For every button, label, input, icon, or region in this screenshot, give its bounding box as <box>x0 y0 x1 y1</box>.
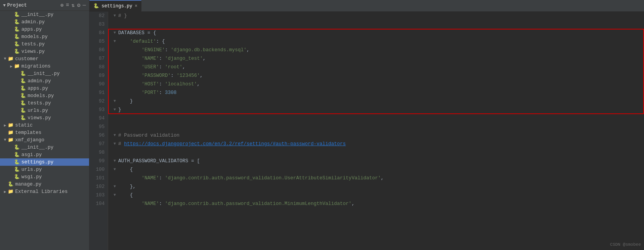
sidebar-item-asgi-py-xmf[interactable]: 🐍 asgi.py <box>0 151 89 158</box>
sidebar-item-init-py-cust[interactable]: 🐍 __init__.py <box>0 70 89 77</box>
fold-arrow-icon[interactable]: ▼ <box>112 131 117 140</box>
fold-arrow-icon[interactable]: ▼ <box>112 182 117 191</box>
file-tree: 🐍 __init__.py 🐍 admin.py 🐍 apps.py 🐍 mod… <box>0 11 89 195</box>
line-number: 96 <box>89 131 105 140</box>
sidebar-item-wsgi-py-xmf[interactable]: 🐍 wsgi.py <box>0 173 89 181</box>
sidebar-item-models-py-cust[interactable]: 🐍 models.py <box>0 92 89 99</box>
code-line: 'NAME': 'django.contrib.auth.password_va… <box>112 200 644 208</box>
line-number: 85 <box>89 37 105 46</box>
py-file-icon: 🐍 <box>20 93 26 99</box>
fold-arrow-icon[interactable]: ▼ <box>112 97 117 106</box>
code-line: ▼DATABASES = { <box>112 29 644 37</box>
minimize-icon[interactable]: — <box>83 2 86 9</box>
sidebar-item-urls-py-cust[interactable]: 🐍 urls.py <box>0 107 89 114</box>
sidebar-item-init-py-root[interactable]: 🐍 __init__.py <box>0 11 89 18</box>
folder-icon: 📁 <box>14 63 20 69</box>
tab-close-icon[interactable]: × <box>135 3 137 9</box>
sidebar-item-admin-py-root[interactable]: 🐍 admin.py <box>0 18 89 26</box>
fold-arrow-icon[interactable]: ▼ <box>112 140 117 148</box>
tree-item-label: asgi.py <box>21 152 42 158</box>
sidebar-item-urls-py-xmf[interactable]: 🐍 urls.py <box>0 166 89 173</box>
sidebar-item-settings-py-xmf[interactable]: 🐍 settings.py <box>0 158 89 166</box>
tree-arrow[interactable]: ▼ <box>2 138 8 142</box>
code-content[interactable]: ▼# } ▼DATABASES = {▼ 'default': { 'ENGIN… <box>108 12 644 250</box>
code-token <box>118 200 142 208</box>
code-token: : <box>159 54 165 63</box>
fold-arrow-icon <box>112 89 117 97</box>
code-token[interactable]: https://docs.djangoproject.com/en/3.2/re… <box>124 140 346 148</box>
code-token <box>118 174 142 182</box>
sidebar-item-xmf-django-folder[interactable]: ▼ 📁 xmf_django <box>0 136 89 144</box>
code-line: 'HOST': 'localhost', <box>112 80 644 89</box>
settings-icon[interactable]: ⚙ <box>77 2 80 9</box>
code-token: , <box>247 46 250 54</box>
code-token: 3308 <box>165 89 177 97</box>
line-number: 101 <box>89 174 105 182</box>
sidebar-header: ▼ Project ⊕ ≡ ⇅ ⚙ — <box>0 0 89 11</box>
expand-icon[interactable]: ⇅ <box>72 2 75 9</box>
fold-arrow-icon[interactable]: ▼ <box>112 12 117 20</box>
sidebar-item-init-py-xmf[interactable]: 🐍 __init__.py <box>0 144 89 151</box>
tree-arrow[interactable]: ▶ <box>2 123 8 128</box>
line-number: 93 <box>89 106 105 114</box>
py-file-icon: 🐍 <box>14 159 20 165</box>
py-file-icon: 🐍 <box>20 108 26 113</box>
code-token: } <box>118 97 133 106</box>
project-arrow-icon[interactable]: ▼ <box>3 3 6 8</box>
tree-item-label: admin.py <box>21 19 45 25</box>
code-token: # Password validation <box>118 131 180 140</box>
line-number: 94 <box>89 114 105 123</box>
sidebar-item-tests-py-root[interactable]: 🐍 tests.py <box>0 40 89 48</box>
sidebar-item-migrations-folder[interactable]: ▶ 📁 migrations <box>0 62 89 70</box>
py-file-icon: 🐍 <box>20 78 26 84</box>
py-file-icon: 🐍 <box>14 41 20 47</box>
tree-item-label: views.py <box>21 49 45 54</box>
line-number: 84 <box>89 29 105 37</box>
fold-arrow-icon <box>112 148 117 157</box>
py-file-icon: 🐍 <box>14 19 20 25</box>
py-file-icon: 🐍 <box>14 12 20 17</box>
line-number: 82 <box>89 12 105 20</box>
main-editor: 🐍 settings.py × 828384858687888990919293… <box>89 0 644 250</box>
fold-arrow-icon <box>112 200 117 208</box>
py-file-icon: 🐍 <box>14 34 20 40</box>
sidebar-item-apps-py-cust[interactable]: 🐍 apps.py <box>0 85 89 92</box>
sidebar-item-views-py-cust[interactable]: 🐍 views.py <box>0 114 89 122</box>
code-token: : <box>159 174 165 182</box>
py-file-icon: 🐍 <box>20 71 26 76</box>
sidebar-item-admin-py-cust[interactable]: 🐍 admin.py <box>0 77 89 85</box>
sidebar-item-models-py-root[interactable]: 🐍 models.py <box>0 33 89 40</box>
fold-arrow-icon[interactable]: ▼ <box>112 29 117 37</box>
code-token: 'USER' <box>142 63 159 71</box>
code-token: : <box>171 71 177 80</box>
sidebar-item-manage-py[interactable]: 🐍 manage.py <box>0 181 89 188</box>
sidebar-item-templates-folder[interactable]: 📁 templates <box>0 129 89 136</box>
tree-arrow[interactable]: ▶ <box>2 189 8 194</box>
tree-arrow[interactable]: ▶ <box>9 64 14 69</box>
sidebar-item-ext-libraries[interactable]: ▶ 📁 External Libraries <box>0 188 89 195</box>
tree-item-label: static <box>15 123 33 128</box>
sidebar-item-views-py-root[interactable]: 🐍 views.py <box>0 48 89 55</box>
fold-arrow-icon[interactable]: ▼ <box>112 165 117 174</box>
tree-arrow[interactable]: ▼ <box>2 57 8 61</box>
add-icon[interactable]: ⊕ <box>60 2 63 9</box>
fold-arrow-icon[interactable]: ▼ <box>112 106 117 114</box>
code-token: : <box>159 63 165 71</box>
line-number: 103 <box>89 191 105 200</box>
sidebar-item-tests-py-cust[interactable]: 🐍 tests.py <box>0 99 89 107</box>
code-token: '123456' <box>177 71 200 80</box>
sidebar-item-apps-py-root[interactable]: 🐍 apps.py <box>0 26 89 33</box>
collapse-icon[interactable]: ≡ <box>66 2 69 9</box>
code-token: 'localhost' <box>165 80 197 89</box>
fold-arrow-icon[interactable]: ▼ <box>112 37 117 46</box>
tree-item-label: models.py <box>28 93 54 99</box>
sidebar-item-customer-folder[interactable]: ▼ 📁 customer <box>0 55 89 62</box>
code-token: , <box>352 200 355 208</box>
code-token: , <box>200 71 203 80</box>
fold-arrow-icon[interactable]: ▼ <box>112 157 117 165</box>
sidebar-item-static-folder[interactable]: ▶ 📁 static <box>0 122 89 129</box>
code-token <box>118 80 142 89</box>
code-token <box>118 89 142 97</box>
settings-tab[interactable]: 🐍 settings.py × <box>89 0 142 12</box>
fold-arrow-icon[interactable]: ▼ <box>112 191 117 200</box>
